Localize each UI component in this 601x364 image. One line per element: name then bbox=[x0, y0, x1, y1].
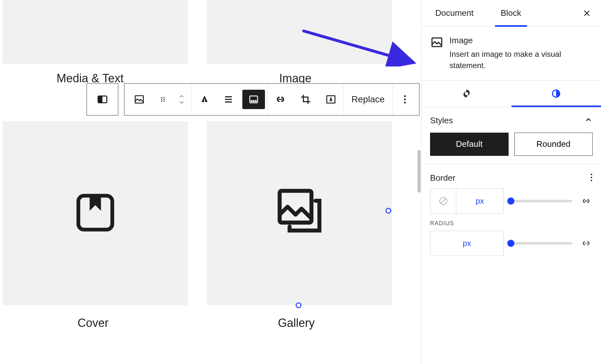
toolbar-replace-label: Replace bbox=[340, 94, 396, 105]
columns-5050-icon bbox=[97, 94, 108, 105]
block-preview-image[interactable] bbox=[207, 0, 392, 64]
image-icon bbox=[430, 36, 443, 49]
radius-unlink-button[interactable] bbox=[580, 238, 593, 248]
block-preview-cover[interactable] bbox=[3, 121, 188, 305]
toolbar-replace-button[interactable]: Replace bbox=[344, 84, 392, 115]
border-more-button[interactable] bbox=[590, 173, 593, 183]
svg-point-17 bbox=[404, 98, 406, 100]
border-radius-slider[interactable] bbox=[511, 242, 573, 245]
styles-heading: Styles bbox=[430, 116, 453, 126]
radius-unit: px bbox=[463, 239, 471, 248]
radius-label: RADIUS bbox=[430, 220, 593, 227]
selection-handle-bottom[interactable] bbox=[296, 302, 301, 308]
image-icon bbox=[134, 94, 145, 105]
svg-point-23 bbox=[591, 180, 592, 181]
style-default-button[interactable]: Default bbox=[430, 133, 509, 156]
border-color-swatch[interactable] bbox=[430, 189, 456, 213]
toolbar-link-button[interactable] bbox=[268, 84, 293, 115]
toolbar-parent-block-button[interactable] bbox=[87, 84, 118, 115]
block-subtabs bbox=[422, 81, 601, 107]
unlink-sides-icon bbox=[581, 238, 591, 248]
svg-point-18 bbox=[404, 102, 406, 104]
block-info-header: Image Insert an image to make a visual s… bbox=[422, 26, 601, 81]
toolbar-move-button[interactable] bbox=[172, 84, 192, 115]
svg-point-22 bbox=[591, 177, 592, 178]
toolbar-caption-button[interactable] bbox=[242, 90, 265, 109]
link-sides-icon bbox=[581, 196, 591, 206]
close-icon bbox=[583, 9, 591, 17]
editor-canvas: Media & Text Image Cover Gallery bbox=[0, 0, 417, 364]
gallery-icon bbox=[274, 187, 325, 240]
styles-halfcircle-icon bbox=[551, 89, 561, 98]
sidebar-close-button[interactable] bbox=[580, 7, 593, 20]
align-icon bbox=[199, 94, 210, 105]
crop-icon bbox=[300, 94, 311, 105]
slider-thumb[interactable] bbox=[507, 197, 514, 205]
subtab-styles[interactable] bbox=[511, 81, 601, 107]
caption-icon bbox=[248, 94, 259, 105]
border-panel: Border px RADIUS bbox=[422, 165, 601, 271]
border-unit: px bbox=[476, 197, 484, 206]
block-info-icon bbox=[430, 35, 444, 49]
link-icon bbox=[275, 94, 286, 105]
drag-dots-icon bbox=[159, 96, 166, 103]
svg-point-5 bbox=[161, 97, 163, 98]
gear-icon bbox=[461, 88, 472, 99]
styles-collapse-button[interactable] bbox=[584, 116, 593, 125]
lines-icon bbox=[223, 94, 234, 105]
tab-document[interactable]: Document bbox=[429, 8, 480, 18]
text-frame-icon bbox=[325, 94, 336, 105]
none-icon bbox=[438, 196, 448, 206]
border-heading: Border bbox=[430, 173, 455, 183]
cover-icon bbox=[73, 190, 118, 237]
toolbar-more-button[interactable] bbox=[393, 84, 417, 115]
block-title: Image bbox=[449, 35, 593, 46]
svg-rect-1 bbox=[279, 191, 311, 222]
settings-sidebar: Document Block Image Insert an image to … bbox=[421, 0, 601, 364]
toolbar-drag-handle[interactable] bbox=[154, 84, 172, 115]
border-width-input[interactable]: px bbox=[430, 188, 504, 214]
tab-block[interactable]: Block bbox=[495, 8, 527, 18]
kebab-icon bbox=[590, 173, 593, 182]
svg-point-10 bbox=[163, 101, 165, 102]
svg-point-21 bbox=[591, 174, 592, 175]
border-link-button[interactable] bbox=[580, 196, 593, 206]
toolbar-align-button[interactable] bbox=[192, 84, 217, 115]
chevron-updown-icon bbox=[177, 93, 186, 106]
border-width-slider[interactable] bbox=[511, 200, 573, 202]
toolbar-textalign-button[interactable] bbox=[217, 84, 240, 115]
selection-handle-right[interactable] bbox=[385, 208, 391, 214]
block-preview-gallery[interactable] bbox=[207, 121, 392, 305]
toolbar-block-type-button[interactable] bbox=[124, 84, 154, 115]
svg-rect-3 bbox=[99, 96, 102, 102]
block-preview-media-text[interactable] bbox=[3, 0, 188, 64]
block-toolbar: Replace bbox=[87, 83, 419, 116]
styles-panel: Styles Default Rounded bbox=[422, 107, 601, 165]
label-gallery: Gallery bbox=[278, 316, 315, 330]
svg-point-12 bbox=[251, 101, 252, 102]
sidebar-tabs: Document Block bbox=[422, 0, 601, 26]
scrollbar-thumb[interactable] bbox=[417, 150, 421, 193]
svg-point-6 bbox=[163, 97, 165, 98]
border-radius-input[interactable]: px bbox=[430, 231, 504, 256]
chevron-up-icon bbox=[584, 116, 593, 124]
kebab-icon bbox=[404, 95, 406, 104]
label-cover: Cover bbox=[78, 316, 109, 330]
svg-point-14 bbox=[255, 101, 256, 102]
svg-point-16 bbox=[404, 95, 406, 97]
toolbar-crop-button[interactable] bbox=[293, 84, 318, 115]
subtab-settings[interactable] bbox=[422, 81, 511, 107]
slider-thumb[interactable] bbox=[507, 240, 514, 247]
svg-point-9 bbox=[161, 101, 163, 102]
style-rounded-button[interactable]: Rounded bbox=[514, 133, 593, 156]
block-description: Insert an image to make a visual stateme… bbox=[449, 49, 593, 71]
svg-point-13 bbox=[253, 101, 254, 102]
svg-point-7 bbox=[161, 99, 163, 100]
svg-point-8 bbox=[163, 99, 165, 100]
